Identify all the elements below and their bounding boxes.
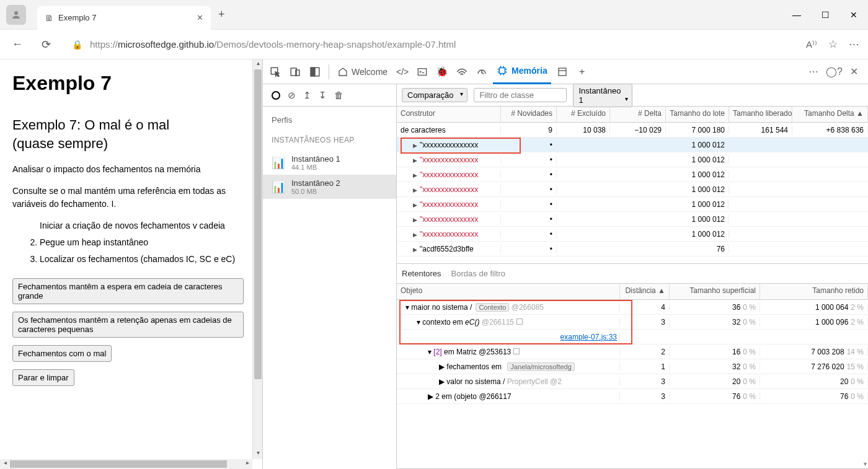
memory-toolbar: ⊘ ↥ ↧ 🗑 Comparação Instantâneo 1 <box>263 84 868 107</box>
th-shallow[interactable]: Tamanho superficial <box>670 284 760 299</box>
add-tab-icon[interactable]: + <box>574 63 591 81</box>
retainer-row[interactable]: ▶ 2 em (objeto @2661173760 %760 % <box>397 389 868 404</box>
help-icon[interactable]: ◯? <box>826 66 843 77</box>
th-delta[interactable]: # Delta <box>610 107 666 122</box>
close-window-button[interactable]: ✕ <box>839 2 868 27</box>
btn-large-string[interactable]: Fechamentos mantêm a espera em cadeia de… <box>12 278 244 304</box>
table-row[interactable]: ▶"acdf6552d3bffe•76 <box>397 242 868 256</box>
table-row[interactable]: ▶"xxxxxxxxxxxxxxx•1 000 012 <box>397 212 868 227</box>
heap-snapshots-label: INSTANTÂNEOS HEAP <box>272 136 396 144</box>
th-new[interactable]: # Novidades <box>501 107 557 122</box>
page-li3: Localizar os fechamentos (chamados IC, S… <box>40 253 244 266</box>
scrollbar-horizontal[interactable]: ◂ ▸ <box>0 459 252 469</box>
maximize-button[interactable]: ☐ <box>811 2 839 27</box>
more-icon[interactable]: ⋯ <box>849 38 859 51</box>
close-devtools-icon[interactable]: ✕ <box>850 66 858 77</box>
th-sizedelta[interactable]: Tamanho Delta ▲ <box>792 107 868 122</box>
base-snapshot-dropdown[interactable]: Instantâneo 1 <box>573 84 632 107</box>
retainer-row[interactable]: example-07.js:33 <box>397 330 868 344</box>
svg-rect-6 <box>418 68 426 75</box>
profiles-label: Perfis <box>272 115 396 125</box>
table-row[interactable]: ▶"xxxxxxxxxxxxxxx•1 000 012 <box>397 227 868 242</box>
retainers-table-header: Objeto Distância ▲ Tamanho superficial T… <box>397 284 868 300</box>
inspect-icon[interactable] <box>267 63 284 81</box>
class-filter-input[interactable] <box>474 88 567 102</box>
retainer-row[interactable]: ▶ fechamentos em Janela/microsoftedg1320… <box>397 359 868 374</box>
th-freed[interactable]: Tamanho liberado <box>729 107 792 122</box>
table-row[interactable]: ▶"xxxxxxxxxxxxxxx•1 000 012 <box>397 182 868 197</box>
table-row[interactable]: ▶"xxxxxxxxxxxxxxx•1 000 012 <box>397 197 868 212</box>
th-retained[interactable]: Tamanho retido <box>760 284 868 299</box>
url-box[interactable]: 🔒 https://microsoftedge.github.io/Demos/… <box>66 39 795 50</box>
snapshot-icon: 📊 <box>272 156 285 170</box>
clear-icon[interactable]: ⊘ <box>288 90 296 101</box>
export-icon[interactable]: ↥ <box>303 90 311 101</box>
titlebar: 🗎 Exemplo 7 ✕ + — ☐ ✕ <box>0 0 868 30</box>
memory-tab[interactable]: Memória <box>493 59 551 84</box>
retainers-tab[interactable]: Retentores <box>402 269 441 278</box>
tab-title: Exemplo 7 <box>58 13 197 22</box>
elements-icon[interactable]: </> <box>394 63 411 81</box>
devtools-tabs: Welcome </> 🐞 Memória + ⋯ ◯? ✕ <box>263 59 868 84</box>
device-icon[interactable] <box>286 63 304 81</box>
retainer-row[interactable]: ▶ valor no sistema / PropertyCell @23200… <box>397 374 868 389</box>
btn-evil[interactable]: Fechamentos com o mal <box>12 345 112 362</box>
more-tools-icon[interactable]: ⋯ <box>808 66 818 77</box>
dock-icon[interactable] <box>306 63 324 81</box>
refresh-button[interactable]: ⟳ <box>37 38 55 51</box>
table-row[interactable]: ▶"xxxxxxxxxxxxxxx•1 000 012 <box>397 152 868 167</box>
comparison-table-header: Construtor # Novidades # Excluído # Delt… <box>397 107 868 123</box>
btn-clear[interactable]: Parar e limpar <box>12 369 74 386</box>
lock-icon: 🔒 <box>72 40 82 50</box>
filter-edges-tab[interactable]: Bordas de filtro <box>451 269 505 278</box>
record-button[interactable] <box>272 91 280 100</box>
application-icon[interactable] <box>554 63 571 81</box>
th-deleted[interactable]: # Excluído <box>557 107 610 122</box>
th-alloc[interactable]: Tamanho do lote <box>666 107 729 122</box>
page-h3: (quase sempre) <box>12 136 244 152</box>
console-icon[interactable] <box>414 63 431 81</box>
page-content: Exemplo 7 Exemplo 7: O mal é o mal (quas… <box>0 59 263 469</box>
retainers-table-body[interactable]: ▾ maior no sistema /Contexto @2660854360… <box>397 300 868 469</box>
close-tab-icon[interactable]: ✕ <box>197 13 203 22</box>
devtools-panel: Welcome </> 🐞 Memória + ⋯ ◯? ✕ ⊘ <box>263 59 868 469</box>
address-bar: ← ⟳ 🔒 https://microsoftedge.github.io/De… <box>0 30 868 59</box>
snapshot-icon: 📊 <box>272 180 285 194</box>
retainers-tabs: Retentores Bordas de filtro <box>397 264 868 284</box>
network-icon[interactable] <box>453 63 471 81</box>
table-row[interactable]: ▶"xxxxxxxxxxxxxxx•1 000 012 <box>397 138 868 152</box>
page-li1: Iniciar a criação de novos fechamentos v… <box>40 219 244 232</box>
th-distance[interactable]: Distância ▲ <box>620 284 670 299</box>
minimize-button[interactable]: — <box>782 2 811 27</box>
sources-icon[interactable]: 🐞 <box>433 63 451 81</box>
new-tab-button[interactable]: + <box>218 8 225 21</box>
btn-small-string[interactable]: Os fechamentos mantêm a retenção apenas … <box>12 312 244 338</box>
table-row[interactable]: ▶"xxxxxxxxxxxxxxx•1 000 012 <box>397 167 868 182</box>
scrollbar-vertical[interactable]: ▴ ▾ <box>252 59 262 459</box>
performance-icon[interactable] <box>473 63 490 81</box>
page-p1: Analisar o impacto dos fechamentos na me… <box>12 163 244 176</box>
retainer-row[interactable]: ▾ [2] em Matriz @2536132160 %7 003 20814… <box>397 344 868 359</box>
table-row[interactable]: de caracteres 9 10 038 −10 029 7 000 180… <box>397 123 868 138</box>
th-object[interactable]: Objeto <box>397 284 620 299</box>
source-link: example-07.js:33 <box>560 333 617 341</box>
retainer-row[interactable]: ▾ maior no sistema /Contexto @2660854360… <box>397 300 868 315</box>
back-button[interactable]: ← <box>9 38 26 51</box>
profile-icon[interactable] <box>6 5 26 25</box>
th-constructor[interactable]: Construtor <box>397 107 501 122</box>
retainer-row[interactable]: ▾ contexto em eC() @2661153320 %1 000 09… <box>397 315 868 330</box>
import-icon[interactable]: ↧ <box>319 90 327 101</box>
view-dropdown[interactable]: Comparação <box>402 88 467 102</box>
browser-tab[interactable]: 🗎 Exemplo 7 ✕ <box>37 6 211 30</box>
svg-point-0 <box>14 11 18 15</box>
svg-rect-7 <box>500 68 505 74</box>
comparison-table-body[interactable]: de caracteres 9 10 038 −10 029 7 000 180… <box>397 123 868 264</box>
welcome-tab[interactable]: Welcome <box>334 59 391 84</box>
favorite-icon[interactable]: ☆ <box>828 38 838 51</box>
page-icon: 🗎 <box>45 13 53 23</box>
gc-icon[interactable]: 🗑 <box>334 90 343 100</box>
read-aloud-icon[interactable]: A⁾⁾ <box>806 39 817 50</box>
page-h1: Exemplo 7 <box>12 72 244 95</box>
snapshot-2[interactable]: 📊 Instantâneo 2 50.0 MB <box>263 175 396 199</box>
snapshot-1[interactable]: 📊 Instantâneo 1 44.1 MB <box>263 151 396 175</box>
